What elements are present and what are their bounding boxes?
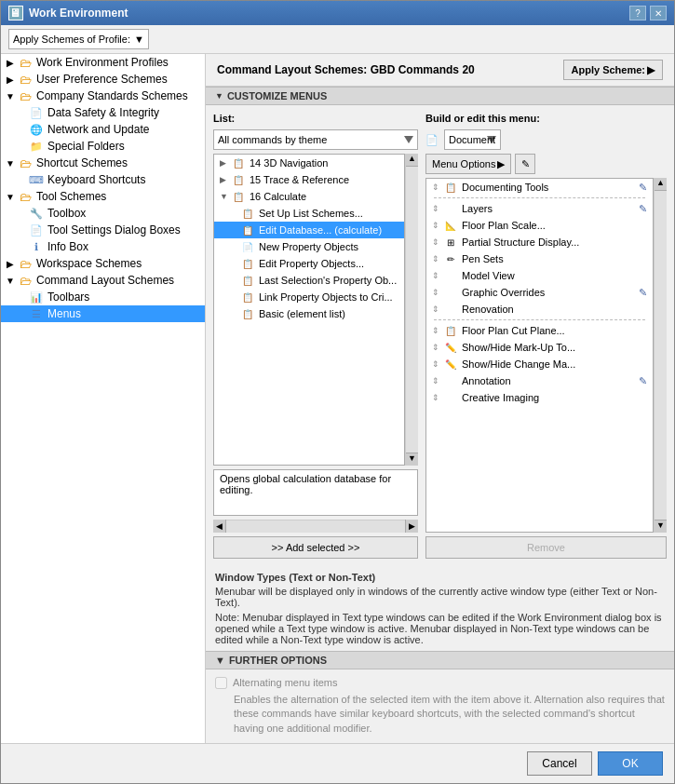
- menu-item-annotation[interactable]: ⇕ Annotation ✎: [426, 372, 653, 389]
- chevron-right-icon: ▶: [497, 158, 505, 170]
- tree-item-toolbars[interactable]: 📊 Toolbars: [1, 289, 205, 305]
- description-box: Opens global calculation database for ed…: [213, 469, 418, 516]
- item-icon: 📄: [29, 223, 44, 237]
- up-arrow-icon: ⇕: [432, 304, 439, 314]
- folder-icon: 🗁: [18, 73, 33, 86]
- menu-item-floor-plan-scale[interactable]: ⇕ 📐 Floor Plan Scale...: [426, 217, 653, 234]
- toggle-icon: ▼: [5, 275, 16, 286]
- menu-dropdown-row: 📄 Document: [425, 129, 667, 150]
- menu-list-box[interactable]: ⇕ 📋 Documenting Tools ✎ ⇕ Layers ✎: [425, 178, 654, 533]
- item-icon: ⌨: [29, 173, 44, 186]
- tree-label: Workspace Schemes: [36, 257, 142, 270]
- tree-item-menus[interactable]: ☰ Menus: [1, 305, 205, 322]
- list-item-last-sel[interactable]: 📋 Last Selection's Property Ob...: [214, 272, 404, 289]
- menu-item-show-change[interactable]: ⇕ ✏️ Show/Hide Change Ma...: [426, 356, 653, 372]
- alternating-label: Alternating menu items: [233, 677, 338, 688]
- list-item-link-prop[interactable]: 📋 Link Property Objects to Cri...: [214, 289, 404, 305]
- remove-button[interactable]: Remove: [425, 536, 667, 559]
- collapse-icon[interactable]: ▼: [215, 91, 223, 101]
- up-arrow-icon: ⇕: [432, 237, 439, 247]
- tree-item-tool-schemes[interactable]: ▼ 🗁 Tool Schemes: [1, 188, 205, 205]
- apply-schemes-dropdown[interactable]: Apply Schemes of Profile: ▼: [8, 29, 149, 49]
- title-bar: 🖥 Work Environment ? ✕: [1, 1, 674, 25]
- menu-options-row: Menu Options ▶ ✎: [425, 154, 667, 174]
- item-icon: 📊: [29, 291, 44, 304]
- menu-doc-icon: 📄: [425, 134, 439, 146]
- toggle-icon: ▼: [5, 191, 16, 202]
- collapse-icon[interactable]: ▼: [215, 655, 225, 666]
- edit-icon: ✎: [639, 375, 647, 387]
- folder-icon: 🗁: [18, 274, 33, 287]
- toggle-icon: ▶: [5, 258, 16, 269]
- dialog-title: Work Environment: [29, 7, 128, 20]
- tree-label: Special Folders: [47, 140, 125, 153]
- close-button[interactable]: ✕: [650, 6, 667, 20]
- tree-item-network-update[interactable]: 🌐 Network and Update: [1, 121, 205, 138]
- menu-item-layers[interactable]: ⇕ Layers ✎: [426, 200, 653, 217]
- list-hscroll[interactable]: ◀ ▶: [213, 520, 418, 533]
- edit-icon-button[interactable]: ✎: [515, 154, 535, 174]
- list-item-new-prop[interactable]: 📄 New Property Objects: [214, 238, 404, 255]
- command-list-box[interactable]: ▶ 📋 14 3D Navigation ▶ 📋 15 Trace & Refe…: [213, 154, 405, 466]
- list-scrollbar[interactable]: ▲ ▼: [405, 154, 418, 466]
- alternating-checkbox[interactable]: [215, 677, 227, 689]
- item-icon: ☰: [29, 307, 44, 320]
- toggle-icon: ▶: [5, 74, 16, 85]
- cancel-button[interactable]: Cancel: [527, 751, 592, 776]
- document-select[interactable]: Document: [444, 129, 501, 150]
- right-panel: Command Layout Schemes: GBD Commands 20 …: [206, 54, 674, 743]
- menu-item-graphic-overrides[interactable]: ⇕ Graphic Overrides ✎: [426, 284, 653, 301]
- tree-item-command-layout[interactable]: ▼ 🗁 Command Layout Schemes: [1, 272, 205, 289]
- menu-options-button[interactable]: Menu Options ▶: [425, 154, 511, 174]
- tree-item-data-safety[interactable]: 📄 Data Safety & Integrity: [1, 104, 205, 121]
- menu-item-renovation[interactable]: ⇕ Renovation: [426, 301, 653, 318]
- window-types-text: Menubar will be displayed only in window…: [215, 586, 665, 608]
- expand-arrow-icon: ▶: [220, 175, 229, 184]
- ok-button[interactable]: OK: [598, 751, 663, 776]
- folder-icon: 🗁: [18, 190, 33, 203]
- menu-list-scrollbar[interactable]: ▲ ▼: [654, 178, 667, 533]
- list-item-edit-db[interactable]: 📋 Edit Database... (calculate): [214, 222, 404, 238]
- tree-item-keyboard-shortcuts[interactable]: ⌨ Keyboard Shortcuts: [1, 171, 205, 188]
- tree-item-special-folders[interactable]: 📁 Special Folders: [1, 138, 205, 155]
- left-tree-panel: ▶ 🗁 Work Environment Profiles ▶ 🗁 User P…: [1, 54, 206, 743]
- tree-item-toolbox[interactable]: 🔧 Toolbox: [1, 205, 205, 222]
- menu-item-pen-sets[interactable]: ⇕ ✏ Pen Sets: [426, 250, 653, 267]
- tree-item-workspace-schemes[interactable]: ▶ 🗁 Workspace Schemes: [1, 255, 205, 272]
- edit-icon: ✎: [639, 287, 647, 299]
- tree-item-company-standards[interactable]: ▼ 🗁 Company Standards Schemes: [1, 88, 205, 104]
- help-button[interactable]: ?: [629, 6, 646, 20]
- list-item-trace-ref[interactable]: ▶ 📋 15 Trace & Reference: [214, 171, 404, 188]
- menu-item-show-markup[interactable]: ⇕ ✏️ Show/Hide Mark-Up To...: [426, 339, 653, 356]
- menu-item-floor-plan-cut[interactable]: ⇕ 📋 Floor Plan Cut Plane...: [426, 322, 653, 339]
- up-arrow-icon: ⇕: [432, 271, 439, 280]
- list-item-basic-elem[interactable]: 📋 Basic (element list): [214, 305, 404, 322]
- apply-scheme-button[interactable]: Apply Scheme: ▶: [563, 60, 663, 80]
- tree-item-tool-settings[interactable]: 📄 Tool Settings Dialog Boxes: [1, 222, 205, 238]
- list-item-edit-prop[interactable]: 📋 Edit Property Objects...: [214, 255, 404, 272]
- list-item-setup-list[interactable]: 📋 Set Up List Schemes...: [214, 205, 404, 222]
- toggle-icon: [16, 291, 27, 303]
- item-icon: ✏️: [443, 341, 458, 354]
- tree-item-shortcut-schemes[interactable]: ▼ 🗁 Shortcut Schemes: [1, 155, 205, 171]
- menu-item-model-view[interactable]: ⇕ Model View: [426, 267, 653, 284]
- menu-item-partial-struct[interactable]: ⇕ ⊞ Partial Structure Display...: [426, 234, 653, 250]
- folder-icon: 🗁: [18, 89, 33, 102]
- menu-item-creative-imaging[interactable]: ⇕ Creative Imaging: [426, 389, 653, 406]
- tree-item-info-box[interactable]: ℹ Info Box: [1, 238, 205, 255]
- tree-item-work-env-profiles[interactable]: ▶ 🗁 Work Environment Profiles: [1, 54, 205, 71]
- work-environment-dialog: 🖥 Work Environment ? ✕ Apply Schemes of …: [0, 0, 675, 784]
- list-item-3d-nav[interactable]: ▶ 📋 14 3D Navigation: [214, 155, 404, 171]
- tree-item-user-pref[interactable]: ▶ 🗁 User Preference Schemes: [1, 71, 205, 88]
- dialog-footer: Cancel OK: [1, 743, 674, 783]
- add-selected-button[interactable]: >> Add selected >>: [213, 536, 418, 559]
- chevron-down-icon: ▼: [134, 34, 144, 45]
- up-arrow-icon: ⇕: [432, 254, 439, 264]
- list-item-calculate[interactable]: ▼ 📋 16 Calculate: [214, 188, 404, 205]
- tree-label: Data Safety & Integrity: [47, 106, 159, 119]
- menu-item-documenting-tools[interactable]: ⇕ 📋 Documenting Tools ✎: [426, 179, 653, 196]
- toggle-icon: ▼: [5, 157, 16, 169]
- list-filter-dropdown[interactable]: All commands by theme All commands Recen…: [213, 129, 418, 150]
- toggle-icon: ▼: [5, 90, 16, 101]
- separator-line: [434, 197, 645, 198]
